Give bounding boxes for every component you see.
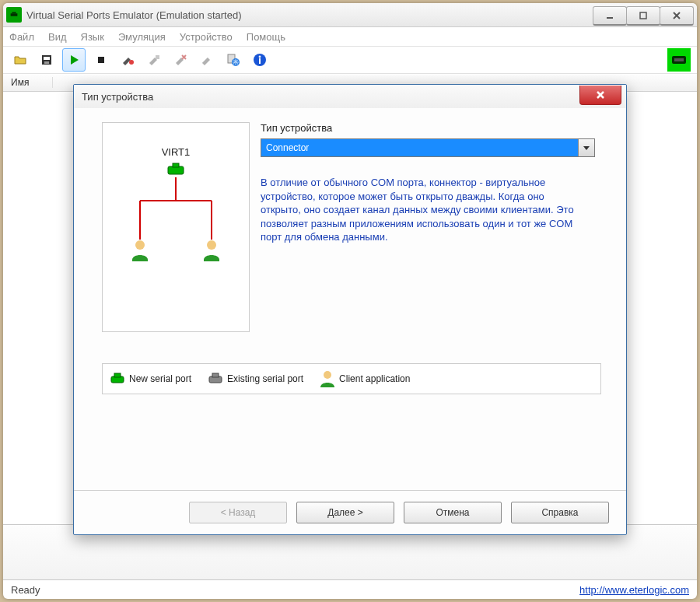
menu-emulation[interactable]: Эмуляция — [118, 31, 166, 43]
save-button[interactable] — [36, 49, 58, 71]
titlebar: Virtual Serial Ports Emulator (Emulation… — [3, 3, 697, 27]
svg-marker-32 — [583, 146, 590, 150]
device-action3-button[interactable] — [196, 49, 218, 71]
menu-bar: Файл Вид Язык Эмуляция Устройство Помощь — [3, 27, 697, 46]
add-device-button[interactable] — [117, 49, 138, 71]
svg-point-30 — [135, 240, 145, 250]
person-icon — [204, 240, 219, 261]
svg-rect-36 — [212, 373, 219, 377]
svg-point-37 — [324, 371, 331, 379]
start-emulation-button[interactable] — [62, 48, 86, 72]
device-type-dialog: Тип устройства VIRT1 — [73, 84, 627, 535]
menu-lang[interactable]: Язык — [81, 31, 104, 43]
menu-help[interactable]: Помощь — [247, 31, 285, 43]
brand-logo-icon — [667, 48, 691, 72]
device-diagram: VIRT1 — [102, 122, 250, 332]
device-action2-button[interactable] — [170, 49, 191, 71]
svg-rect-21 — [674, 58, 684, 61]
window-title: Virtual Serial Ports Emulator (Emulation… — [26, 9, 593, 21]
existing-port-icon — [208, 373, 222, 385]
status-text: Ready — [11, 584, 40, 596]
legend-existing-port: Existing serial port — [208, 373, 303, 385]
combo-dropdown-button[interactable] — [578, 139, 594, 156]
maximize-button[interactable] — [626, 6, 660, 26]
svg-point-31 — [207, 240, 216, 250]
legend-client-app: Client application — [320, 370, 410, 387]
open-button[interactable] — [9, 49, 31, 71]
combo-selected-value: Connector — [266, 142, 309, 153]
back-button: < Назад — [189, 502, 287, 523]
dialog-close-button[interactable] — [579, 86, 621, 105]
diagram-legend: New serial port Existing serial port Cli… — [102, 363, 601, 394]
svg-rect-3 — [640, 12, 646, 19]
network-button[interactable] — [222, 49, 244, 71]
toolbar — [3, 46, 697, 74]
port-icon — [168, 163, 184, 174]
svg-rect-8 — [44, 61, 49, 64]
svg-rect-1 — [12, 12, 16, 14]
svg-rect-0 — [11, 13, 18, 16]
next-button[interactable]: Далее > — [296, 502, 394, 523]
cancel-button[interactable]: Отмена — [404, 502, 502, 523]
dialog-button-row: < Назад Далее > Отмена Справка — [74, 490, 626, 534]
close-button[interactable] — [660, 6, 694, 26]
diagram-label: VIRT1 — [162, 146, 191, 158]
info-button[interactable] — [249, 49, 271, 71]
svg-marker-9 — [71, 55, 79, 65]
menu-view[interactable]: Вид — [48, 31, 67, 43]
svg-rect-12 — [156, 55, 159, 59]
svg-rect-19 — [259, 58, 261, 64]
minimize-button[interactable] — [593, 6, 627, 26]
svg-point-11 — [129, 60, 134, 65]
svg-rect-25 — [173, 163, 179, 167]
legend-new-port: New serial port — [110, 373, 191, 385]
svg-rect-7 — [44, 57, 50, 60]
device-action1-button[interactable] — [143, 49, 165, 71]
device-type-description: В отличие от обычного COM порта, коннект… — [261, 176, 584, 244]
dialog-titlebar: Тип устройства — [74, 85, 626, 108]
svg-point-18 — [259, 56, 261, 58]
dialog-form: Тип устройства Connector В отличие от об… — [261, 122, 595, 244]
status-bar: Ready http://www.eterlogic.com — [3, 580, 697, 599]
dialog-body: VIRT1 Тип устро — [74, 108, 626, 475]
stop-emulation-button[interactable] — [90, 49, 112, 71]
device-type-label: Тип устройства — [261, 122, 595, 134]
device-type-combo[interactable]: Connector — [261, 138, 595, 157]
window-buttons — [593, 6, 694, 23]
menu-device[interactable]: Устройство — [180, 31, 233, 43]
new-port-icon — [110, 373, 124, 385]
help-button[interactable]: Справка — [511, 502, 609, 523]
dialog-title: Тип устройства — [82, 91, 153, 103]
svg-rect-34 — [114, 373, 121, 377]
person-icon — [132, 240, 148, 261]
list-column-name[interactable]: Имя — [11, 77, 53, 88]
svg-rect-10 — [98, 57, 104, 63]
app-icon — [6, 7, 22, 23]
status-link[interactable]: http://www.eterlogic.com — [579, 584, 689, 596]
menu-file[interactable]: Файл — [9, 31, 34, 43]
client-app-icon — [320, 370, 334, 387]
